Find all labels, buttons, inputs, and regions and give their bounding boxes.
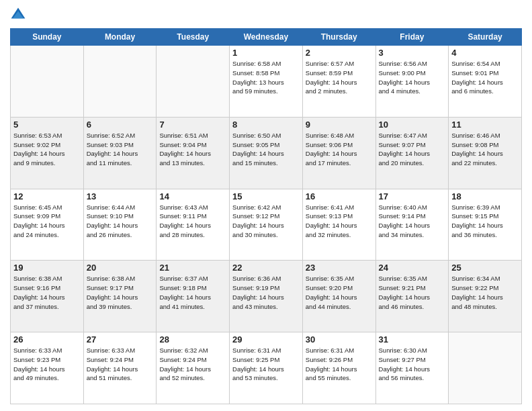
day-info: Sunrise: 6:38 AMSunset: 9:17 PMDaylight:… [87, 274, 154, 311]
day-info: Sunrise: 6:51 AMSunset: 9:04 PMDaylight:… [159, 131, 226, 168]
day-number: 22 [232, 263, 300, 273]
day-number: 3 [379, 48, 446, 58]
day-info: Sunrise: 6:43 AMSunset: 9:11 PMDaylight:… [159, 203, 226, 240]
table-row: 21Sunrise: 6:37 AMSunset: 9:18 PMDayligh… [157, 261, 230, 332]
table-row: 13Sunrise: 6:44 AMSunset: 9:10 PMDayligh… [83, 189, 157, 261]
day-number: 30 [306, 334, 373, 345]
table-row: 19Sunrise: 6:38 AMSunset: 9:16 PMDayligh… [11, 261, 84, 332]
day-number: 19 [13, 263, 81, 273]
table-row: 24Sunrise: 6:35 AMSunset: 9:21 PMDayligh… [375, 261, 449, 332]
day-info: Sunrise: 6:38 AMSunset: 9:16 PMDaylight:… [13, 274, 81, 311]
day-number: 29 [232, 334, 300, 345]
day-number: 14 [159, 191, 226, 201]
day-number: 16 [306, 191, 373, 201]
day-info: Sunrise: 6:44 AMSunset: 9:10 PMDaylight:… [87, 203, 154, 240]
day-number: 25 [451, 263, 519, 273]
day-info: Sunrise: 6:37 AMSunset: 9:18 PMDaylight:… [159, 274, 226, 311]
table-row: 23Sunrise: 6:35 AMSunset: 9:20 PMDayligh… [302, 261, 375, 332]
table-row: 10Sunrise: 6:47 AMSunset: 9:07 PMDayligh… [375, 117, 449, 189]
day-number: 11 [451, 120, 519, 130]
day-info: Sunrise: 6:53 AMSunset: 9:02 PMDaylight:… [13, 131, 81, 168]
table-row: 16Sunrise: 6:41 AMSunset: 9:13 PMDayligh… [302, 189, 375, 261]
day-number: 28 [159, 334, 226, 345]
table-row: 26Sunrise: 6:33 AMSunset: 9:23 PMDayligh… [11, 332, 84, 404]
table-row: 7Sunrise: 6:51 AMSunset: 9:04 PMDaylight… [157, 117, 230, 189]
day-number: 8 [232, 120, 300, 130]
day-info: Sunrise: 6:45 AMSunset: 9:09 PMDaylight:… [13, 203, 81, 240]
day-info: Sunrise: 6:58 AMSunset: 8:58 PMDaylight:… [232, 59, 300, 96]
table-row: 1Sunrise: 6:58 AMSunset: 8:58 PMDaylight… [230, 46, 303, 118]
day-info: Sunrise: 6:32 AMSunset: 9:24 PMDaylight:… [159, 346, 226, 383]
weekday-header-row: SundayMondayTuesdayWednesdayThursdayFrid… [11, 29, 522, 46]
day-info: Sunrise: 6:35 AMSunset: 9:21 PMDaylight:… [379, 274, 446, 311]
table-row: 17Sunrise: 6:40 AMSunset: 9:14 PMDayligh… [375, 189, 449, 261]
day-number: 21 [159, 263, 226, 273]
day-info: Sunrise: 6:52 AMSunset: 9:03 PMDaylight:… [87, 131, 154, 168]
weekday-header-thursday: Thursday [302, 29, 375, 46]
day-number: 17 [379, 191, 446, 201]
logo-icon [10, 7, 26, 23]
day-info: Sunrise: 6:57 AMSunset: 8:59 PMDaylight:… [306, 59, 373, 96]
day-number: 26 [13, 334, 81, 345]
day-number: 9 [306, 120, 373, 130]
weekday-header-saturday: Saturday [449, 29, 522, 46]
table-row: 31Sunrise: 6:30 AMSunset: 9:27 PMDayligh… [375, 332, 449, 404]
day-info: Sunrise: 6:40 AMSunset: 9:14 PMDaylight:… [379, 203, 446, 240]
day-info: Sunrise: 6:41 AMSunset: 9:13 PMDaylight:… [306, 203, 373, 240]
day-number: 12 [13, 191, 81, 201]
table-row [449, 332, 522, 404]
day-info: Sunrise: 6:47 AMSunset: 9:07 PMDaylight:… [379, 131, 446, 168]
day-info: Sunrise: 6:56 AMSunset: 9:00 PMDaylight:… [379, 59, 446, 96]
table-row: 6Sunrise: 6:52 AMSunset: 9:03 PMDaylight… [83, 117, 157, 189]
day-number: 27 [87, 334, 154, 345]
calendar: SundayMondayTuesdayWednesdayThursdayFrid… [10, 28, 522, 404]
calendar-week-row: 5Sunrise: 6:53 AMSunset: 9:02 PMDaylight… [11, 117, 522, 189]
table-row: 25Sunrise: 6:34 AMSunset: 9:22 PMDayligh… [449, 261, 522, 332]
table-row: 9Sunrise: 6:48 AMSunset: 9:06 PMDaylight… [302, 117, 375, 189]
day-info: Sunrise: 6:42 AMSunset: 9:12 PMDaylight:… [232, 203, 300, 240]
table-row [83, 46, 157, 118]
table-row: 30Sunrise: 6:31 AMSunset: 9:26 PMDayligh… [302, 332, 375, 404]
table-row: 2Sunrise: 6:57 AMSunset: 8:59 PMDaylight… [302, 46, 375, 118]
weekday-header-wednesday: Wednesday [230, 29, 303, 46]
day-info: Sunrise: 6:33 AMSunset: 9:24 PMDaylight:… [87, 346, 154, 383]
day-info: Sunrise: 6:36 AMSunset: 9:19 PMDaylight:… [232, 274, 300, 311]
table-row: 20Sunrise: 6:38 AMSunset: 9:17 PMDayligh… [83, 261, 157, 332]
day-number: 24 [379, 263, 446, 273]
day-number: 10 [379, 120, 446, 130]
day-number: 13 [87, 191, 154, 201]
table-row [11, 46, 84, 118]
weekday-header-monday: Monday [83, 29, 157, 46]
weekday-header-sunday: Sunday [11, 29, 84, 46]
logo [10, 7, 29, 23]
day-number: 5 [13, 120, 81, 130]
day-info: Sunrise: 6:54 AMSunset: 9:01 PMDaylight:… [451, 59, 519, 96]
day-info: Sunrise: 6:39 AMSunset: 9:15 PMDaylight:… [451, 203, 519, 240]
table-row: 15Sunrise: 6:42 AMSunset: 9:12 PMDayligh… [230, 189, 303, 261]
table-row: 4Sunrise: 6:54 AMSunset: 9:01 PMDaylight… [449, 46, 522, 118]
calendar-week-row: 19Sunrise: 6:38 AMSunset: 9:16 PMDayligh… [11, 261, 522, 332]
table-row: 18Sunrise: 6:39 AMSunset: 9:15 PMDayligh… [449, 189, 522, 261]
table-row: 11Sunrise: 6:46 AMSunset: 9:08 PMDayligh… [449, 117, 522, 189]
day-number: 23 [306, 263, 373, 273]
day-number: 2 [306, 48, 373, 58]
table-row: 12Sunrise: 6:45 AMSunset: 9:09 PMDayligh… [11, 189, 84, 261]
day-info: Sunrise: 6:34 AMSunset: 9:22 PMDaylight:… [451, 274, 519, 311]
header [10, 7, 522, 23]
day-info: Sunrise: 6:48 AMSunset: 9:06 PMDaylight:… [306, 131, 373, 168]
day-number: 15 [232, 191, 300, 201]
weekday-header-tuesday: Tuesday [157, 29, 230, 46]
table-row: 27Sunrise: 6:33 AMSunset: 9:24 PMDayligh… [83, 332, 157, 404]
day-info: Sunrise: 6:33 AMSunset: 9:23 PMDaylight:… [13, 346, 81, 383]
page: SundayMondayTuesdayWednesdayThursdayFrid… [0, 0, 532, 411]
day-info: Sunrise: 6:50 AMSunset: 9:05 PMDaylight:… [232, 131, 300, 168]
day-number: 20 [87, 263, 154, 273]
day-number: 6 [87, 120, 154, 130]
day-info: Sunrise: 6:35 AMSunset: 9:20 PMDaylight:… [306, 274, 373, 311]
day-info: Sunrise: 6:31 AMSunset: 9:25 PMDaylight:… [232, 346, 300, 383]
calendar-week-row: 12Sunrise: 6:45 AMSunset: 9:09 PMDayligh… [11, 189, 522, 261]
day-info: Sunrise: 6:30 AMSunset: 9:27 PMDaylight:… [379, 346, 446, 383]
day-info: Sunrise: 6:46 AMSunset: 9:08 PMDaylight:… [451, 131, 519, 168]
day-number: 7 [159, 120, 226, 130]
calendar-week-row: 1Sunrise: 6:58 AMSunset: 8:58 PMDaylight… [11, 46, 522, 118]
